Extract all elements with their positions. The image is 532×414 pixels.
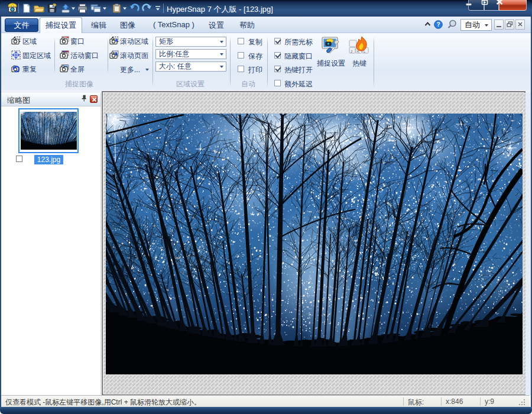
svg-text:?: ?: [436, 21, 440, 28]
svg-text:J: J: [351, 50, 352, 53]
